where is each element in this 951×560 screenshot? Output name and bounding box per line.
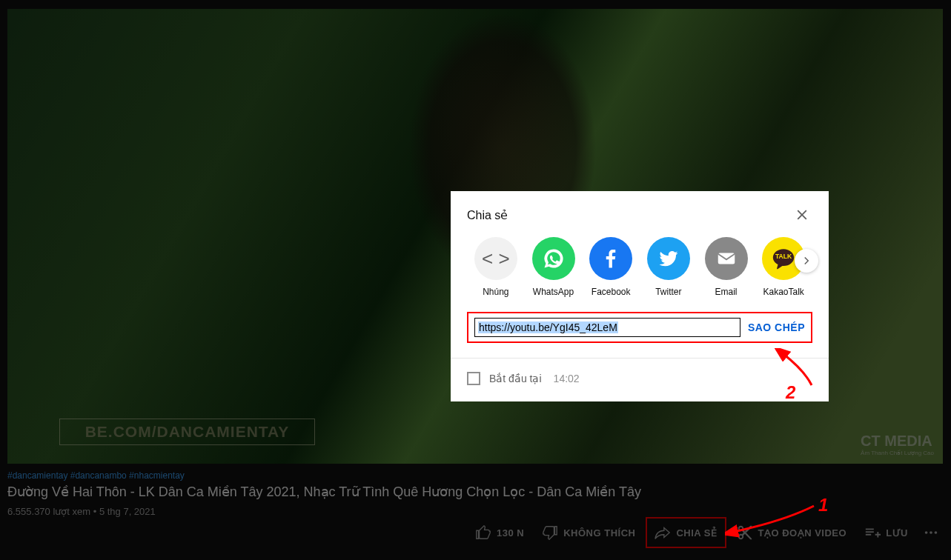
close-button[interactable]	[792, 204, 812, 225]
svg-text:TALK: TALK	[775, 253, 792, 260]
embed-icon: < >	[474, 237, 517, 280]
share-facebook[interactable]: Facebook	[582, 237, 640, 297]
copy-url-row: https://youtu.be/YgI45_42LeM SAO CHÉP	[467, 312, 812, 343]
email-label: Email	[715, 287, 738, 297]
start-at-label: Bắt đầu tại	[489, 373, 542, 384]
whatsapp-label: WhatsApp	[533, 287, 574, 297]
close-icon	[794, 207, 810, 223]
twitter-icon	[647, 237, 690, 280]
share-next-button[interactable]	[795, 249, 818, 273]
facebook-label: Facebook	[592, 287, 631, 297]
embed-label: Nhúng	[483, 287, 508, 297]
facebook-icon	[589, 237, 632, 280]
divider	[451, 358, 829, 359]
share-email[interactable]: Email	[697, 237, 755, 297]
kakao-label: KakaoTalk	[763, 287, 804, 297]
start-at-time: 14:02	[554, 373, 580, 384]
svg-rect-3	[718, 253, 735, 264]
twitter-label: Twitter	[655, 287, 681, 297]
whatsapp-icon	[532, 237, 575, 280]
copy-button[interactable]: SAO CHÉP	[748, 321, 805, 333]
share-targets: < > Nhúng WhatsApp Facebook Twitter Em	[467, 237, 812, 297]
share-embed[interactable]: < > Nhúng	[467, 237, 525, 297]
share-twitter[interactable]: Twitter	[640, 237, 697, 297]
start-at-row: Bắt đầu tại 14:02	[467, 372, 812, 385]
share-url-text: https://youtu.be/YgI45_42LeM	[478, 321, 618, 333]
chevron-right-icon	[800, 254, 813, 267]
share-whatsapp[interactable]: WhatsApp	[525, 237, 583, 297]
share-modal: Chia sẻ < > Nhúng WhatsApp Facebook Twit…	[451, 191, 829, 401]
share-url-field[interactable]: https://youtu.be/YgI45_42LeM	[474, 318, 740, 337]
modal-title: Chia sẻ	[467, 208, 508, 222]
email-icon	[705, 237, 748, 280]
start-at-checkbox[interactable]	[467, 372, 480, 385]
